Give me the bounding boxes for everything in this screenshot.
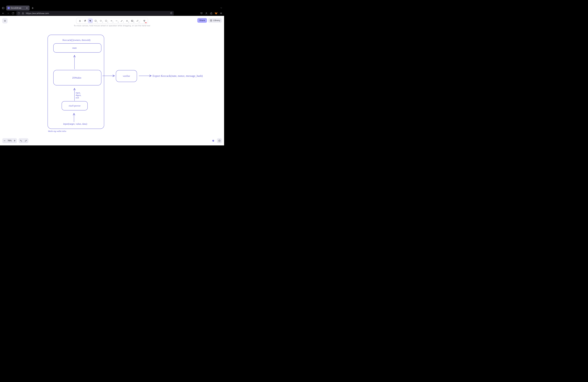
reload-icon (12, 12, 14, 15)
bottom-right-controls (211, 138, 222, 143)
shield-check-icon (212, 140, 214, 142)
browser-sidebar-button[interactable] (1, 6, 5, 10)
zoom-value[interactable]: 76% (7, 140, 12, 142)
plus-icon: + (32, 6, 34, 10)
star-icon (170, 12, 172, 14)
canvas[interactable]: Keccack([]owners, thresold) state Z0Wall… (0, 16, 224, 146)
diagram-svg: Keccack([]owners, thresold) state Z0Wall… (0, 16, 224, 146)
url-bar[interactable]: https://excalidraw.com (16, 11, 174, 16)
metamask-icon (215, 12, 218, 15)
hamburger-icon (220, 12, 222, 15)
verifier-label[interactable]: verifier (123, 75, 130, 77)
state-label[interactable]: state (72, 46, 77, 49)
prover-label[interactable]: risc0 prover (69, 105, 81, 107)
site-info[interactable] (18, 12, 24, 15)
bookmark-button[interactable] (170, 12, 172, 15)
zoom-in-button[interactable]: + (12, 138, 17, 143)
container-caption[interactable]: Multi-sig wallet infra (48, 130, 66, 132)
shield-icon (18, 12, 20, 15)
tabs-dropdown-button[interactable] (219, 6, 223, 10)
pocket-icon (200, 12, 203, 15)
browser-tab[interactable]: Excalidraw ✕ (6, 5, 30, 10)
svg-point-6 (206, 12, 207, 13)
extensions-button[interactable] (209, 11, 213, 15)
expect-text[interactable]: Expect Keccack(state, nonce, message_has… (152, 74, 203, 77)
svg-marker-5 (170, 12, 172, 14)
account-icon (205, 12, 208, 15)
svg-marker-11 (216, 13, 216, 14)
undo-icon (20, 140, 22, 142)
status-shield[interactable] (211, 138, 216, 143)
state-box[interactable] (53, 43, 101, 52)
lock-icon (22, 12, 24, 15)
svg-marker-14 (216, 14, 216, 14)
app-menu-button[interactable] (219, 11, 223, 15)
svg-point-36 (219, 141, 220, 141)
header-text[interactable]: Keccack([]owners, thresold) (63, 39, 90, 42)
svg-rect-4 (22, 13, 24, 14)
input-text[interactable]: input(target, value, data) (63, 123, 87, 125)
arrow-label-seal[interactable]: seal (76, 96, 79, 99)
puzzle-icon (210, 12, 212, 15)
excalidraw-icon (8, 7, 9, 9)
tab-favicon (7, 7, 10, 9)
metamask-button[interactable] (214, 11, 218, 15)
svg-rect-0 (2, 7, 4, 9)
question-icon (218, 140, 221, 142)
tab-close-button[interactable]: ✕ (26, 7, 28, 9)
url-row: https://excalidraw.com (0, 11, 224, 16)
plus-icon: + (14, 139, 16, 142)
back-button[interactable] (1, 11, 5, 15)
tab-title: Excalidraw (11, 7, 21, 9)
browser-chrome: Excalidraw ✕ + https://excalidraw.com (0, 0, 224, 16)
zoom-out-button[interactable]: − (2, 138, 7, 143)
chevron-down-icon (220, 7, 222, 9)
redo-button[interactable] (23, 138, 28, 143)
account-button[interactable] (204, 11, 209, 15)
reload-button[interactable] (11, 11, 15, 15)
zoom-group: − 76% + (2, 138, 17, 143)
redo-icon (25, 140, 27, 142)
forward-button[interactable] (6, 11, 10, 15)
arrow-left-icon (2, 12, 4, 15)
browser-right-buttons (199, 11, 223, 15)
bottom-left-controls: − 76% + (2, 138, 28, 143)
nav-buttons (1, 11, 15, 15)
undo-redo-group (19, 138, 28, 143)
minus-icon: − (4, 139, 6, 142)
new-tab-button[interactable]: + (31, 6, 35, 10)
help-button[interactable] (217, 138, 222, 143)
arrow-label-input[interactable]: input, (76, 91, 81, 94)
arrow-label-digest[interactable]: digest, (76, 94, 81, 96)
url-text: https://excalidraw.com (26, 12, 49, 15)
app-viewport: Share Library 1 2 3 4 5 (0, 16, 224, 146)
save-to-pocket-button[interactable] (199, 11, 204, 15)
undo-button[interactable] (19, 138, 23, 143)
panel-icon (2, 7, 4, 9)
tab-strip: Excalidraw ✕ + (0, 5, 224, 11)
arrow-right-icon (7, 12, 9, 15)
wallet-label[interactable]: Z0Wallet (72, 76, 81, 79)
